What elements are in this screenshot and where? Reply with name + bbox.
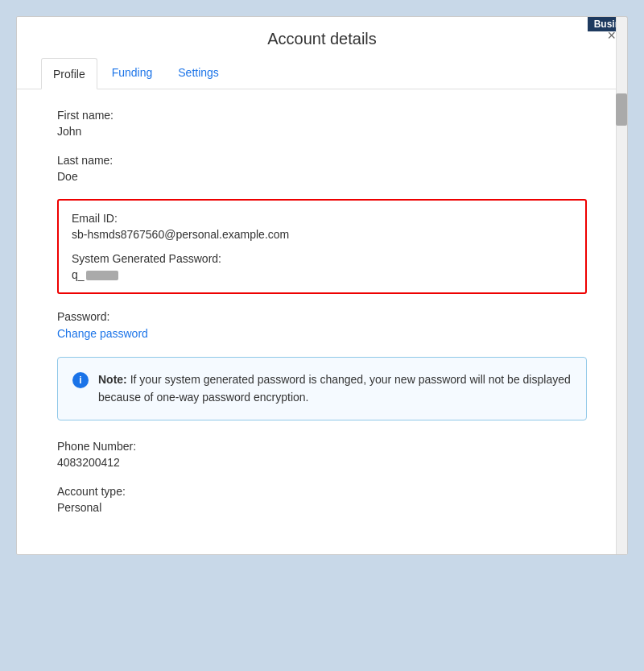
account-details-modal: Busin Account details × Profile Funding … [16, 16, 628, 555]
last-name-group: Last name: Doe [57, 154, 587, 183]
modal-body: First name: John Last name: Doe Email ID… [17, 89, 627, 554]
system-password-label: System Generated Password: [72, 252, 572, 265]
password-blurred-part [86, 271, 118, 280]
note-bold: Note: [98, 373, 127, 386]
modal-backdrop: Busin Account details × Profile Funding … [0, 0, 644, 671]
modal-title: Account details [41, 30, 603, 48]
account-type-group: Account type: Personal [57, 485, 587, 514]
email-id-value: sb-hsmds8767560@personal.example.com [72, 228, 572, 241]
password-prefix: q_ [72, 268, 118, 281]
tab-profile[interactable]: Profile [41, 58, 97, 89]
email-password-highlight-box: Email ID: sb-hsmds8767560@personal.examp… [57, 199, 587, 294]
first-name-group: First name: John [57, 109, 587, 138]
account-type-label: Account type: [57, 485, 587, 498]
system-password-value: q_ [72, 268, 572, 281]
close-button[interactable]: × [607, 28, 616, 43]
email-id-label: Email ID: [72, 212, 572, 225]
first-name-value: John [57, 125, 587, 138]
system-password-group: System Generated Password: q_ [72, 252, 572, 281]
change-password-link[interactable]: Change password [57, 327, 148, 340]
last-name-label: Last name: [57, 154, 587, 167]
scrollbar-track[interactable] [616, 17, 627, 554]
phone-number-group: Phone Number: 4083200412 [57, 440, 587, 469]
scrollbar-thumb[interactable] [616, 93, 627, 126]
phone-number-label: Phone Number: [57, 440, 587, 453]
password-group: Password: Change password [57, 310, 587, 341]
tab-funding[interactable]: Funding [101, 58, 164, 89]
tab-settings[interactable]: Settings [167, 58, 230, 89]
password-label: Password: [57, 310, 587, 323]
modal-header: Account details × [17, 17, 627, 58]
last-name-value: Doe [57, 170, 587, 183]
info-icon: i [72, 372, 89, 388]
note-box: i Note: If your system generated passwor… [57, 357, 587, 420]
note-body: If your system generated password is cha… [98, 373, 571, 404]
account-type-value: Personal [57, 501, 587, 514]
tabs-container: Profile Funding Settings [17, 58, 627, 89]
note-text: Note: If your system generated password … [98, 371, 572, 407]
first-name-label: First name: [57, 109, 587, 122]
phone-number-value: 4083200412 [57, 456, 587, 469]
email-id-group: Email ID: sb-hsmds8767560@personal.examp… [72, 212, 572, 241]
